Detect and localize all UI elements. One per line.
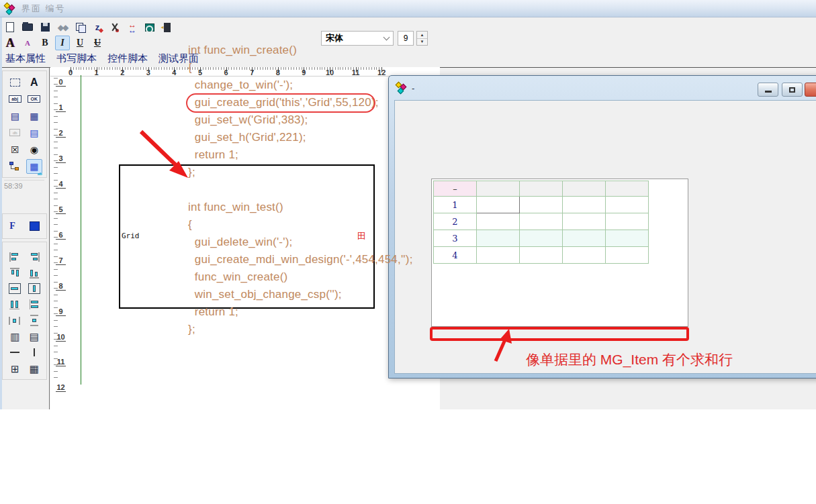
grid-cell[interactable] — [606, 247, 649, 264]
strikethrough-button[interactable]: U — [90, 36, 105, 50]
ruler-number: 3 — [144, 68, 153, 77]
grid-control-panel[interactable]: – 1 2 — [431, 179, 688, 327]
ruler-number: 9 — [56, 307, 66, 316]
tab-basic-properties[interactable]: 基本属性 — [5, 52, 46, 67]
grid-cell[interactable] — [563, 197, 606, 213]
save-icon[interactable] — [38, 20, 52, 34]
checkbox-icon[interactable]: ☒ — [7, 142, 23, 157]
italic-button[interactable]: I — [55, 36, 70, 50]
radio-icon[interactable]: ◉ — [26, 142, 42, 157]
ruler-number: 11 — [56, 358, 66, 366]
grid-cell[interactable] — [520, 197, 563, 213]
center-horizontal-icon[interactable] — [7, 281, 23, 296]
grid-cell[interactable] — [477, 213, 520, 230]
view-search-icon[interactable] — [142, 20, 157, 34]
form-icon[interactable]: ▦ — [26, 109, 42, 123]
grid-row-header[interactable]: 1 — [434, 197, 477, 213]
select-marquee-icon[interactable] — [7, 75, 23, 90]
grid-header-cell[interactable] — [520, 181, 563, 197]
ruler-number: 4 — [56, 180, 66, 189]
grid-cell[interactable] — [477, 230, 520, 247]
text-a-icon[interactable]: A — [26, 75, 42, 90]
grid-cell[interactable] — [563, 213, 606, 230]
app-titlebar[interactable]: 界面 编号 — [0, 0, 816, 17]
grid-tool-icon[interactable]: ▦ab — [26, 159, 42, 174]
maximize-button[interactable] — [782, 83, 803, 97]
grid-cell[interactable] — [606, 230, 649, 247]
fill-color-swatch[interactable] — [30, 221, 40, 231]
code-line: int func_win_create() — [188, 42, 297, 59]
font-color-button[interactable]: A — [3, 36, 17, 50]
spin-up-icon[interactable]: ▲ — [417, 32, 427, 39]
horizontal-line-icon[interactable] — [7, 345, 23, 360]
app-icon — [4, 3, 16, 15]
grid-cell[interactable] — [520, 213, 563, 230]
minimize-button[interactable] — [758, 83, 778, 97]
open-folder-icon[interactable] — [20, 20, 35, 34]
same-width-icon[interactable] — [7, 297, 23, 312]
grid-cell[interactable] — [563, 230, 606, 247]
sidebar-separator — [49, 67, 50, 409]
grid-row-header[interactable]: 2 — [434, 213, 477, 230]
grid-selected-cell[interactable] — [477, 197, 520, 213]
grid-header-cell[interactable] — [606, 181, 649, 197]
grid-cell[interactable] — [606, 197, 649, 213]
tab-control-script[interactable]: 控件脚本 — [107, 52, 148, 67]
close-button[interactable]: × — [805, 83, 816, 97]
child-window-titlebar[interactable]: - — [389, 76, 816, 100]
grid-cell[interactable] — [520, 247, 563, 264]
copy-icon[interactable] — [73, 20, 87, 34]
grid-row-header[interactable]: 4 — [434, 247, 477, 264]
align-top-icon[interactable] — [7, 266, 23, 281]
memo-icon[interactable]: ▤ — [7, 109, 23, 123]
list-icon[interactable]: ▤ — [26, 125, 42, 140]
font-family-value: 宋体 — [326, 32, 343, 44]
font-size-stepper: ▲ ▼ — [416, 31, 428, 46]
font-family-select[interactable]: 宋体 — [321, 31, 394, 46]
grid-small-icon[interactable]: ⊞ — [7, 361, 23, 376]
rows-icon[interactable]: ▤ — [26, 330, 42, 344]
horizontal-ruler: 0123456789101112 — [50, 67, 440, 77]
grid-header-cell[interactable] — [477, 181, 520, 197]
underline-button[interactable]: U — [73, 36, 87, 50]
small-char-button[interactable]: A — [20, 36, 35, 50]
textbox-ab-icon[interactable]: ab| — [7, 92, 23, 107]
alignment-group: ▥ ▤ ⊞ ▦ — [2, 242, 47, 380]
spray-icon[interactable]: ◆◆ — [55, 20, 70, 34]
ruler-number: 8 — [56, 282, 66, 291]
cut-icon[interactable] — [107, 20, 122, 34]
tree-icon[interactable] — [7, 159, 23, 174]
code-line: int func_win_test() — [188, 199, 283, 216]
align-right-icon[interactable] — [26, 250, 42, 264]
ok-button-icon[interactable]: OK — [26, 92, 42, 107]
swap-arrows-icon[interactable]: ↔↔ — [125, 20, 140, 34]
same-height-icon[interactable] — [26, 297, 42, 312]
new-file-icon[interactable] — [3, 20, 17, 34]
bold-button[interactable]: B — [38, 36, 52, 50]
grid-cell[interactable] — [606, 213, 649, 230]
grid-cell[interactable] — [520, 230, 563, 247]
code-line: { — [188, 59, 192, 77]
grid-header-cell[interactable] — [563, 181, 606, 197]
grid-cell[interactable] — [477, 247, 520, 264]
space-horizontal-icon[interactable] — [7, 313, 23, 328]
align-bottom-icon[interactable] — [26, 266, 42, 281]
table-icon[interactable]: ▦ — [26, 361, 42, 376]
grid-handle-icon[interactable]: 田 — [357, 230, 366, 242]
align-left-icon[interactable] — [7, 250, 23, 264]
grid-row-header[interactable]: 3 — [434, 230, 477, 247]
font-size-value: 9 — [404, 34, 408, 43]
center-vertical-icon[interactable] — [26, 281, 42, 296]
tab-write-script[interactable]: 书写脚本 — [56, 52, 97, 67]
script-z-icon[interactable]: z — [90, 20, 105, 34]
grid-cell[interactable] — [563, 247, 606, 264]
columns-icon[interactable]: ▥ — [7, 330, 23, 344]
exit-door-icon[interactable] — [160, 20, 175, 34]
font-size-input[interactable]: 9 — [398, 31, 414, 46]
space-vertical-icon[interactable] — [26, 313, 42, 328]
spin-down-icon[interactable]: ▼ — [417, 39, 427, 46]
font-f-button[interactable]: F — [9, 221, 15, 232]
vertical-line-icon[interactable] — [26, 345, 42, 360]
ruler-number: 10 — [56, 333, 66, 342]
grid-corner-cell[interactable]: – — [434, 181, 477, 197]
